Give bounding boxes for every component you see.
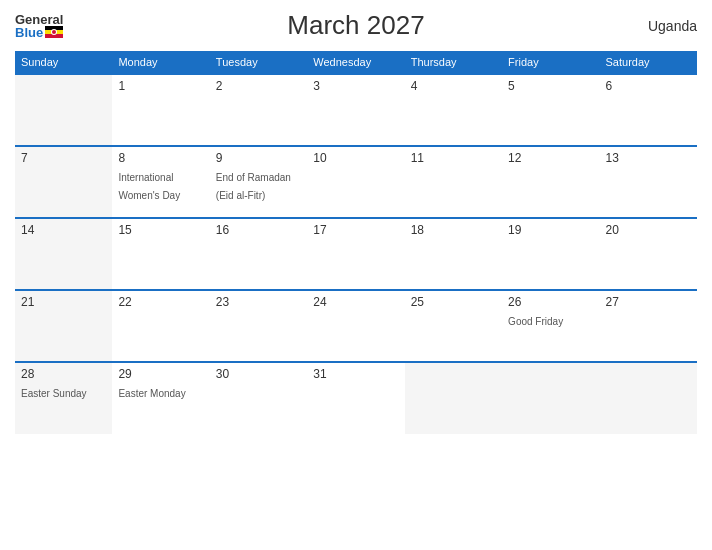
calendar-day-cell: 27 (600, 290, 697, 362)
calendar-day-cell (600, 362, 697, 434)
day-number: 11 (411, 151, 496, 165)
calendar-day-cell: 14 (15, 218, 112, 290)
day-event: Good Friday (508, 316, 563, 327)
day-number: 4 (411, 79, 496, 93)
weekday-header-tuesday: Tuesday (210, 51, 307, 74)
calendar-week-row: 78International Women's Day9End of Ramad… (15, 146, 697, 218)
day-number: 24 (313, 295, 398, 309)
calendar-table: SundayMondayTuesdayWednesdayThursdayFrid… (15, 51, 697, 434)
logo: General Blue (15, 13, 63, 39)
calendar-day-cell: 1 (112, 74, 209, 146)
weekday-header-sunday: Sunday (15, 51, 112, 74)
day-number: 18 (411, 223, 496, 237)
calendar-day-cell: 8International Women's Day (112, 146, 209, 218)
calendar-day-cell: 18 (405, 218, 502, 290)
day-number: 2 (216, 79, 301, 93)
calendar-day-cell: 28Easter Sunday (15, 362, 112, 434)
calendar-day-cell: 9End of Ramadan (Eid al-Fitr) (210, 146, 307, 218)
day-number: 21 (21, 295, 106, 309)
calendar-day-cell: 17 (307, 218, 404, 290)
calendar-day-cell: 22 (112, 290, 209, 362)
day-number: 20 (606, 223, 691, 237)
calendar-day-cell: 10 (307, 146, 404, 218)
day-number: 14 (21, 223, 106, 237)
day-number: 22 (118, 295, 203, 309)
day-number: 8 (118, 151, 203, 165)
day-number: 1 (118, 79, 203, 93)
day-number: 5 (508, 79, 593, 93)
calendar-day-cell: 20 (600, 218, 697, 290)
calendar-day-cell: 12 (502, 146, 599, 218)
day-number: 9 (216, 151, 301, 165)
day-number: 16 (216, 223, 301, 237)
calendar-header: General Blue March 2027 Uganda (15, 10, 697, 41)
calendar-day-cell: 13 (600, 146, 697, 218)
calendar-day-cell: 23 (210, 290, 307, 362)
day-event: International Women's Day (118, 172, 180, 201)
day-number: 31 (313, 367, 398, 381)
calendar-week-row: 28Easter Sunday29Easter Monday3031 (15, 362, 697, 434)
calendar-day-cell: 3 (307, 74, 404, 146)
calendar-day-cell: 19 (502, 218, 599, 290)
calendar-week-row: 212223242526Good Friday27 (15, 290, 697, 362)
day-number: 29 (118, 367, 203, 381)
calendar-day-cell: 11 (405, 146, 502, 218)
calendar-day-cell: 4 (405, 74, 502, 146)
calendar-page: General Blue March 2027 Uganda SundayMon… (0, 0, 712, 550)
calendar-day-cell: 16 (210, 218, 307, 290)
calendar-week-row: 14151617181920 (15, 218, 697, 290)
day-event: End of Ramadan (Eid al-Fitr) (216, 172, 291, 201)
day-number: 12 (508, 151, 593, 165)
calendar-header-row: SundayMondayTuesdayWednesdayThursdayFrid… (15, 51, 697, 74)
day-number: 13 (606, 151, 691, 165)
day-number: 7 (21, 151, 106, 165)
svg-point-4 (52, 30, 56, 34)
calendar-week-row: 123456 (15, 74, 697, 146)
calendar-day-cell: 5 (502, 74, 599, 146)
day-number: 27 (606, 295, 691, 309)
weekday-header-thursday: Thursday (405, 51, 502, 74)
calendar-day-cell: 26Good Friday (502, 290, 599, 362)
calendar-day-cell: 7 (15, 146, 112, 218)
calendar-day-cell: 30 (210, 362, 307, 434)
calendar-day-cell: 6 (600, 74, 697, 146)
day-number: 28 (21, 367, 106, 381)
page-title: March 2027 (287, 10, 424, 41)
calendar-day-cell: 31 (307, 362, 404, 434)
calendar-day-cell: 15 (112, 218, 209, 290)
day-number: 10 (313, 151, 398, 165)
day-number: 19 (508, 223, 593, 237)
day-number: 6 (606, 79, 691, 93)
calendar-day-cell: 24 (307, 290, 404, 362)
day-event: Easter Sunday (21, 388, 87, 399)
day-number: 3 (313, 79, 398, 93)
day-number: 25 (411, 295, 496, 309)
day-number: 23 (216, 295, 301, 309)
day-number: 30 (216, 367, 301, 381)
calendar-day-cell: 2 (210, 74, 307, 146)
calendar-day-cell: 29Easter Monday (112, 362, 209, 434)
calendar-day-cell (502, 362, 599, 434)
day-number: 15 (118, 223, 203, 237)
weekday-header-monday: Monday (112, 51, 209, 74)
day-event: Easter Monday (118, 388, 185, 399)
day-number: 17 (313, 223, 398, 237)
country-name: Uganda (648, 18, 697, 34)
calendar-day-cell (405, 362, 502, 434)
logo-blue-text: Blue (15, 26, 63, 39)
calendar-day-cell: 21 (15, 290, 112, 362)
day-number: 26 (508, 295, 593, 309)
weekday-header-saturday: Saturday (600, 51, 697, 74)
logo-flag-icon (45, 26, 63, 38)
weekday-header-wednesday: Wednesday (307, 51, 404, 74)
calendar-day-cell (15, 74, 112, 146)
calendar-day-cell: 25 (405, 290, 502, 362)
weekday-header-friday: Friday (502, 51, 599, 74)
